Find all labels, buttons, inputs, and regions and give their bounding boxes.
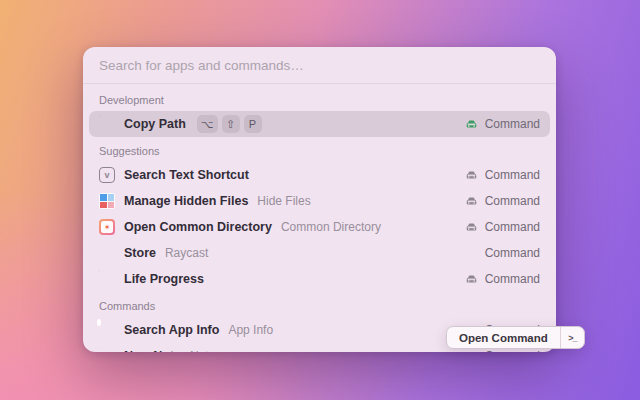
open-command-label: Open Command [447,327,560,348]
terminal-prompt-icon: >_ [560,327,584,348]
option-key: ⌥ [197,115,218,133]
section-header-commands: Commands [83,292,556,317]
row-type-badge: Command [485,117,540,131]
list-item-store[interactable]: Store Raycast Command [89,240,550,266]
device-icon [465,169,478,182]
results-list: Development Copy Path ⌥ ⇧ P Command Sugg… [83,84,556,352]
device-icon [465,118,478,131]
open-command-button[interactable]: Open Command >_ [446,326,585,349]
row-subtitle: Common Directory [281,220,381,234]
row-type-badge: Command [485,168,540,182]
row-type-badge: Command [485,220,540,234]
shortcut-keys: ⌥ ⇧ P [197,115,262,133]
device-icon [465,195,478,208]
row-title: Search Text Shortcut [124,168,249,182]
new-note-icon [99,348,115,352]
row-subtitle: App Info [228,323,273,337]
row-type-badge: Command [485,194,540,208]
row-title: New Note [124,349,181,352]
section-header-development: Development [83,86,556,111]
search-bar [83,47,556,83]
list-item-search-text-shortcut[interactable]: v Search Text Shortcut Command [89,162,550,188]
shift-key: ⇧ [222,115,240,133]
search-app-info-icon [99,322,115,338]
search-input[interactable] [83,47,556,83]
life-progress-icon [99,271,115,287]
copy-path-icon [99,116,115,132]
row-title: Life Progress [124,272,204,286]
list-item-manage-hidden-files[interactable]: Manage Hidden Files Hide Files Command [89,188,550,214]
list-item-copy-path[interactable]: Copy Path ⌥ ⇧ P Command [89,111,550,137]
list-item-life-progress[interactable]: Life Progress Command [89,266,550,292]
device-icon [465,221,478,234]
desktop-background: Development Copy Path ⌥ ⇧ P Command Sugg… [0,0,640,400]
list-item-open-common-directory[interactable]: ✶ Open Common Directory Common Directory… [89,214,550,240]
row-title: Search App Info [124,323,219,337]
section-header-suggestions: Suggestions [83,137,556,162]
row-subtitle: Raycast [165,246,208,260]
search-text-shortcut-icon: v [99,167,115,183]
row-title: Open Common Directory [124,220,272,234]
row-title: Manage Hidden Files [124,194,248,208]
row-subtitle: Notes [190,349,221,352]
row-type-badge: Command [485,246,540,260]
row-type-badge: Command [485,272,540,286]
device-icon [465,273,478,286]
row-title: Copy Path [124,117,186,131]
row-subtitle: Hide Files [257,194,310,208]
store-icon [99,245,115,261]
open-common-directory-icon: ✶ [99,219,115,235]
row-type-badge: Command [485,349,540,352]
raycast-launcher-window: Development Copy Path ⌥ ⇧ P Command Sugg… [83,47,556,352]
p-key: P [244,115,262,133]
row-title: Store [124,246,156,260]
manage-hidden-files-icon [99,193,115,209]
